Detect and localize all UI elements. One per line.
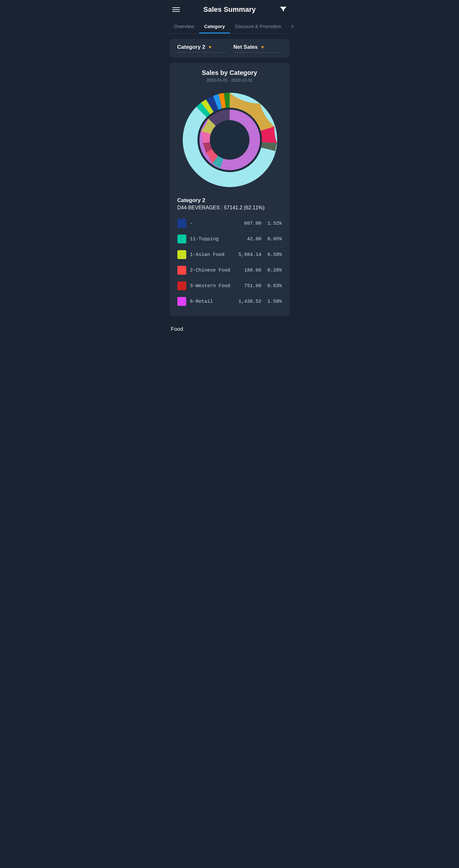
legend-item: 11-Topping 42.00 0.05%: [177, 231, 282, 247]
legend-item-pct: 6.58%: [267, 252, 282, 257]
legend-item-pct: 0.05%: [267, 237, 282, 242]
legend-item-value: 180.06: [239, 268, 262, 273]
donut-chart: [175, 89, 285, 191]
legend-item-value: 607.00: [239, 221, 262, 226]
tab-category[interactable]: Category: [199, 19, 230, 33]
legend-item: 3-Western Food 751.08 0.83%: [177, 278, 282, 294]
legend-item: - 607.00 1.52%: [177, 216, 282, 231]
legend-items: - 607.00 1.52% 11-Topping 42.00 0.05% 1-…: [177, 216, 282, 309]
nav-tabs: Overview Category Discount & Promotion H…: [166, 19, 293, 34]
metric-dropdown-arrow: ▼: [260, 44, 265, 50]
legend-item-name: 6-Retail: [190, 299, 238, 304]
legend-color-swatch: [177, 297, 186, 306]
tab-discount-promotion[interactable]: Discount & Promotion: [230, 19, 286, 33]
legend-item-value: 751.08: [239, 283, 262, 289]
legend-item-name: 3-Western Food: [190, 283, 239, 289]
page-title: Sales Summary: [203, 5, 256, 14]
food-section: Food: [166, 321, 293, 337]
legend-color-swatch: [177, 219, 186, 228]
filter-bar: Category 2 ▼ Net Sales ▼: [170, 39, 290, 58]
category-filter[interactable]: Category 2 ▼: [177, 44, 226, 53]
chart-card: Sales by Category 2020-01-01 - 2020-12-3…: [170, 63, 290, 316]
legend-item-name: 11-Topping: [190, 237, 239, 242]
legend-item-value: 42.00: [239, 237, 262, 242]
legend-section: Category 2 D44-BEVERAGES : 57141.2 (62.1…: [175, 197, 285, 309]
metric-filter[interactable]: Net Sales ▼: [233, 44, 282, 53]
legend-item: 2-Chinese Food 180.06 0.20%: [177, 262, 282, 278]
filter-icon[interactable]: [280, 5, 287, 14]
chart-subtitle: 2020-01-01 - 2020-12-31: [175, 78, 285, 83]
legend-item-pct: 0.83%: [267, 283, 282, 289]
metric-filter-label: Net Sales: [233, 44, 258, 50]
legend-color-swatch: [177, 266, 186, 275]
category-filter-label: Category 2: [177, 44, 205, 50]
legend-color-swatch: [177, 281, 186, 290]
legend-category: Category 2: [177, 197, 282, 204]
legend-color-swatch: [177, 235, 186, 243]
food-label-1: Food: [171, 326, 288, 332]
category-dropdown-arrow: ▼: [208, 44, 212, 50]
header: Sales Summary: [166, 0, 293, 19]
legend-item-pct: 1.52%: [267, 221, 282, 226]
legend-item: 6-Retail 1,438.52 1.58%: [177, 294, 282, 309]
tab-hourly[interactable]: Hourly: [286, 19, 293, 33]
legend-item-name: 1-Asian Food: [190, 252, 238, 257]
legend-item-value: 5,984.14: [238, 252, 261, 257]
legend-item-value: 1,438.52: [238, 299, 261, 304]
legend-item-pct: 0.20%: [267, 268, 282, 273]
menu-icon[interactable]: [172, 7, 180, 12]
legend-item: 1-Asian Food 5,984.14 6.58%: [177, 247, 282, 262]
legend-color-swatch: [177, 250, 186, 259]
legend-item-name: -: [190, 221, 239, 226]
legend-item-name: 2-Chinese Food: [190, 268, 239, 273]
chart-title: Sales by Category: [175, 69, 285, 76]
legend-item-pct: 1.58%: [267, 299, 282, 304]
tab-overview[interactable]: Overview: [169, 19, 199, 33]
svg-point-2: [210, 120, 250, 160]
legend-total: D44-BEVERAGES : 57141.2 (62.11%): [177, 205, 282, 211]
